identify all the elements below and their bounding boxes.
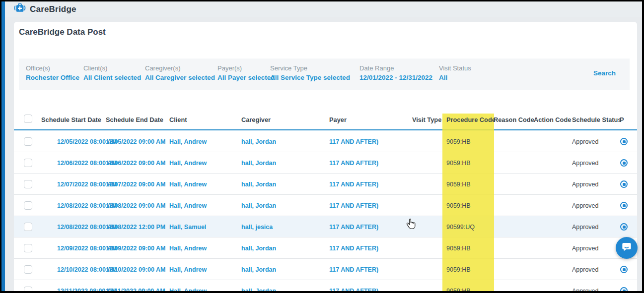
column-header-payer[interactable]: Payer: [329, 116, 347, 123]
medical-bag-icon: [13, 3, 26, 15]
table-row: 12/11/2022 08:00 AM12/11/2022 09:00 AMHa…: [14, 280, 637, 291]
row-checkbox[interactable]: [24, 137, 32, 146]
column-header-procedure-code[interactable]: Procedure Code: [446, 116, 496, 123]
table-row: 12/10/2022 08:00 AM12/10/2022 09:00 AMHa…: [14, 259, 637, 280]
cell-schedule-end-date[interactable]: 12/09/2022 09:00 AM: [106, 237, 165, 259]
table-row: 12/09/2022 08:00 AM12/09/2022 09:00 AMHa…: [14, 237, 637, 259]
cell-schedule-status: Approved: [572, 259, 599, 280]
cell-procedure-code: 90599:UQ: [446, 216, 475, 237]
select-all-checkbox[interactable]: [24, 115, 32, 123]
cell-caregiver[interactable]: hall, Jordan: [241, 280, 276, 291]
cell-caregiver[interactable]: hall, Jordan: [241, 131, 276, 152]
cell-payer[interactable]: 117 AND AFTER): [329, 280, 378, 291]
cell-payer[interactable]: 117 AND AFTER): [329, 174, 378, 195]
record-icon[interactable]: [620, 223, 628, 231]
chat-bubble-icon: [620, 240, 633, 255]
record-icon[interactable]: [620, 138, 628, 145]
cell-caregiver[interactable]: hall, Jordan: [241, 195, 276, 216]
row-checkbox[interactable]: [24, 244, 32, 252]
filter-service-type: Service TypeAll Service Type selected: [270, 64, 350, 83]
filter-value[interactable]: All Payer selected: [217, 73, 275, 83]
cell-client[interactable]: Hall, Andrew: [169, 131, 207, 152]
cell-procedure-code: 9059:HB: [446, 237, 471, 259]
table-row: 12/05/2022 08:00 AM12/05/2022 09:00 AMHa…: [14, 131, 637, 152]
cell-schedule-status: Approved: [572, 152, 599, 174]
cell-schedule-status: Approved: [572, 195, 599, 216]
row-checkbox[interactable]: [24, 287, 32, 291]
column-header-schedule-end-date[interactable]: Schedule End Date: [106, 116, 163, 123]
record-icon[interactable]: [620, 266, 628, 273]
column-header-action-code[interactable]: Action Code: [534, 116, 571, 123]
cell-payer[interactable]: 117 AND AFTER): [329, 216, 378, 237]
cell-procedure-code: 9059:HB: [446, 131, 471, 152]
cell-schedule-end-date[interactable]: 12/11/2022 09:00 AM: [106, 280, 165, 291]
cell-client[interactable]: Hall, Andrew: [169, 195, 207, 216]
cell-payer[interactable]: 117 AND AFTER): [329, 237, 378, 259]
top-bar: CareBridge: [5, 1, 642, 17]
cell-schedule-end-date[interactable]: 12/08/2022 12:00 PM: [106, 216, 165, 237]
filter-value[interactable]: 12/01/2022 - 12/31/2022: [359, 73, 432, 83]
cell-client[interactable]: Hall, Andrew: [169, 152, 207, 174]
column-header-client[interactable]: Client: [169, 116, 187, 123]
row-checkbox[interactable]: [24, 201, 32, 210]
cell-payer[interactable]: 117 AND AFTER): [329, 152, 378, 174]
column-header-reason-code[interactable]: Reason Code: [494, 116, 534, 123]
row-checkbox[interactable]: [24, 223, 32, 231]
cell-schedule-status: Approved: [572, 131, 599, 152]
search-button[interactable]: Search: [593, 69, 616, 77]
record-icon[interactable]: [620, 180, 628, 188]
cell-client[interactable]: Hall, Andrew: [169, 174, 207, 195]
left-accent-stripe: [1, 1, 5, 291]
cell-schedule-end-date[interactable]: 12/10/2022 09:00 AM: [106, 259, 165, 280]
chat-launcher-button[interactable]: [616, 237, 638, 259]
column-header-visit-type[interactable]: Visit Type: [412, 116, 441, 123]
record-icon[interactable]: [620, 159, 628, 167]
cell-procedure-code: 9059:HB: [446, 195, 471, 216]
record-icon[interactable]: [620, 287, 628, 291]
cell-caregiver[interactable]: hall, Jordan: [241, 152, 276, 174]
filter-value[interactable]: All: [439, 73, 471, 83]
table-header-row: Schedule Start DateSchedule End DateClie…: [14, 110, 637, 130]
column-header-p[interactable]: P: [620, 116, 624, 123]
filter-value[interactable]: All Service Type selected: [270, 73, 350, 83]
cell-schedule-end-date[interactable]: 12/08/2022 09:00 AM: [106, 195, 165, 216]
filter-value[interactable]: Rochester Office: [26, 73, 79, 83]
row-checkbox[interactable]: [24, 265, 32, 274]
cell-schedule-status: Approved: [572, 280, 599, 291]
cell-client[interactable]: Hall, Andrew: [169, 259, 207, 280]
column-header-caregiver[interactable]: Caregiver: [241, 116, 271, 123]
cell-client[interactable]: Hall, Andrew: [169, 280, 207, 291]
cell-schedule-end-date[interactable]: 12/06/2022 09:00 AM: [106, 152, 165, 174]
filter-label: Service Type: [270, 64, 350, 73]
record-icon[interactable]: [620, 202, 628, 209]
cell-client[interactable]: Hall, Andrew: [169, 237, 207, 259]
cell-payer[interactable]: 117 AND AFTER): [329, 131, 378, 152]
cell-client[interactable]: Hall, Samuel: [169, 216, 206, 237]
filter-value[interactable]: All Caregiver selected: [145, 73, 215, 83]
brand-logo: CareBridge: [13, 3, 76, 15]
table-row: 12/08/2022 08:00 AM12/08/2022 09:00 AMHa…: [14, 195, 637, 216]
column-header-schedule-status[interactable]: Schedule Status: [572, 116, 622, 123]
cell-schedule-status: Approved: [572, 237, 599, 259]
cell-schedule-status: Approved: [572, 216, 599, 237]
table-row: 12/08/2022 08:00 AM12/08/2022 12:00 PMHa…: [14, 216, 637, 237]
screen: CareBridge CareBridge Data Post Visit St…: [0, 0, 644, 293]
row-checkbox[interactable]: [24, 180, 32, 188]
filter-label: Client(s): [83, 64, 141, 73]
column-header-schedule-start-date[interactable]: Schedule Start Date: [41, 116, 101, 123]
filter-value[interactable]: All Client selected: [83, 73, 141, 83]
cell-procedure-code: 9059:HB: [446, 152, 471, 174]
filter-label: Visit Status: [439, 64, 471, 73]
cell-schedule-end-date[interactable]: 12/07/2022 09:00 AM: [106, 174, 165, 195]
cell-caregiver[interactable]: hall, Jordan: [241, 259, 276, 280]
cell-schedule-end-date[interactable]: 12/05/2022 09:00 AM: [106, 131, 165, 152]
cell-caregiver[interactable]: hall, Jordan: [241, 174, 276, 195]
row-checkbox[interactable]: [24, 159, 32, 167]
cell-caregiver[interactable]: hall, Jordan: [241, 237, 276, 259]
filter-label: Office(s): [26, 64, 79, 73]
cell-caregiver[interactable]: hall, jesica: [241, 216, 273, 237]
filter-client-s: Client(s)All Client selected: [83, 64, 141, 83]
cell-payer[interactable]: 117 AND AFTER): [329, 259, 378, 280]
cell-procedure-code: 9059:HB: [446, 174, 471, 195]
cell-payer[interactable]: 117 AND AFTER): [329, 195, 378, 216]
